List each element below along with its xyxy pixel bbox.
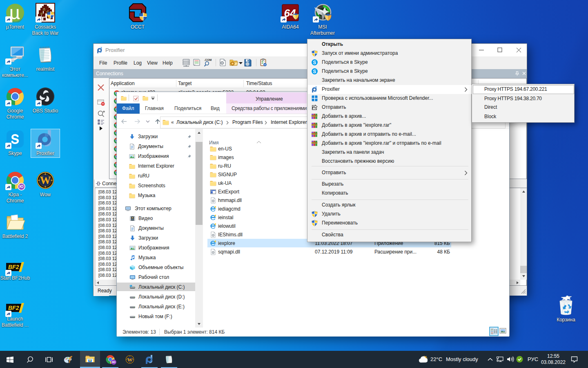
svg-text:.COM: .COM — [204, 58, 212, 61]
